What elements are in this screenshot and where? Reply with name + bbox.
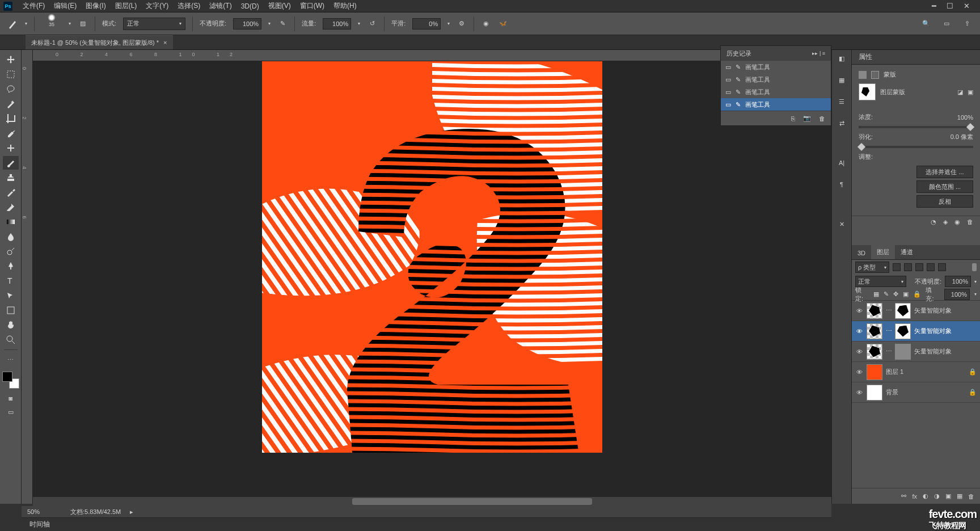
brush-preset-arrow[interactable]: ▾: [69, 21, 71, 26]
menu-select[interactable]: 选择(S): [173, 0, 205, 12]
ruler-vertical[interactable]: 0 2 4 6: [22, 50, 33, 504]
menu-view[interactable]: 视图(V): [264, 0, 295, 12]
load-selection-icon[interactable]: ◔: [931, 218, 936, 226]
density-value[interactable]: 100%: [957, 114, 973, 121]
shape-tool[interactable]: [3, 304, 19, 317]
tab-3d[interactable]: 3D: [852, 247, 871, 259]
layer-name[interactable]: 矢量智能对象: [914, 347, 977, 356]
snapshot-icon[interactable]: 📷: [803, 115, 811, 122]
vector-mask-icon[interactable]: [871, 71, 879, 79]
lock-pos-icon[interactable]: ✥: [893, 290, 898, 298]
filter-pixel-icon[interactable]: [893, 263, 901, 271]
feather-slider[interactable]: [859, 146, 973, 148]
menu-file[interactable]: 文件(F): [18, 0, 49, 12]
move-tool[interactable]: [3, 53, 19, 66]
mask-link-icon[interactable]: ⋯: [886, 327, 892, 335]
history-item[interactable]: ▭✎画笔工具: [721, 73, 831, 86]
layer-name[interactable]: 矢量智能对象: [914, 327, 977, 335]
type-tool[interactable]: T: [3, 274, 19, 288]
layer-filter-select[interactable]: ρ 类型▾: [855, 262, 889, 273]
density-slider[interactable]: [859, 126, 973, 128]
tab-close-icon[interactable]: ×: [163, 39, 167, 46]
color-range-button[interactable]: 颜色范围 ...: [916, 180, 973, 193]
history-item[interactable]: ▭✎画笔工具: [721, 86, 831, 98]
mask-icon[interactable]: ◐: [923, 492, 928, 500]
airbrush-icon[interactable]: ↺: [367, 19, 377, 29]
disable-mask-icon[interactable]: ◪: [957, 88, 963, 96]
path-tool[interactable]: [3, 289, 19, 302]
menu-image[interactable]: 图像(I): [81, 0, 110, 12]
share-icon[interactable]: ⇪: [962, 19, 972, 29]
fill-input[interactable]: 100%: [944, 289, 970, 300]
menu-filter[interactable]: 滤镜(T): [205, 0, 236, 12]
dodge-tool[interactable]: [3, 245, 19, 258]
mask-link-icon[interactable]: ⋯: [886, 307, 892, 314]
workspace-icon[interactable]: ▭: [941, 19, 952, 29]
pressure-opacity-icon[interactable]: ✎: [277, 19, 288, 29]
char-panel-icon[interactable]: A|: [837, 158, 847, 168]
lock-all-icon[interactable]: 🔒: [913, 290, 921, 298]
menu-window[interactable]: 窗口(W): [295, 0, 329, 12]
menu-layer[interactable]: 图层(L): [111, 0, 142, 12]
tab-layers[interactable]: 图层: [871, 245, 895, 259]
timeline-panel[interactable]: 时间轴: [22, 517, 831, 531]
history-item[interactable]: ▭✎画笔工具: [721, 61, 831, 73]
filter-type-icon[interactable]: [915, 263, 923, 271]
layer-thumb[interactable]: [867, 303, 882, 319]
lock-trans-icon[interactable]: ▦: [873, 290, 879, 298]
hand-tool[interactable]: [3, 318, 19, 332]
para-panel-icon[interactable]: ¶: [837, 179, 847, 189]
filter-shape-icon[interactable]: [927, 263, 935, 271]
link-layers-icon[interactable]: ⚯: [901, 492, 906, 500]
menu-type[interactable]: 文字(Y): [141, 0, 173, 12]
crop-tool[interactable]: [3, 112, 19, 125]
new-layer-icon[interactable]: ▦: [957, 492, 962, 500]
adjustment-icon[interactable]: ◑: [934, 492, 940, 500]
tab-channels[interactable]: 通道: [895, 245, 919, 259]
mask-thumbnail[interactable]: [859, 83, 876, 100]
color-panel-icon[interactable]: ◧: [837, 53, 847, 64]
opacity-input[interactable]: 100%: [233, 18, 261, 30]
adjust-panel-icon[interactable]: ☰: [837, 96, 847, 107]
lock-paint-icon[interactable]: ✎: [884, 290, 889, 298]
brush-tool[interactable]: [3, 156, 19, 170]
disable-icon[interactable]: ◉: [954, 218, 960, 226]
delete-state-icon[interactable]: 🗑: [819, 115, 825, 122]
maximize-button[interactable]: ☐: [947, 2, 953, 10]
apply-mask-icon[interactable]: ▣: [968, 88, 973, 96]
layer-row[interactable]: 👁 ⋯ 矢量智能对象: [852, 342, 980, 362]
delete-mask-icon[interactable]: 🗑: [967, 218, 973, 226]
layer-thumb[interactable]: [867, 344, 882, 360]
lock-artboard-icon[interactable]: ▣: [903, 290, 909, 298]
zoom-tool[interactable]: [3, 333, 19, 347]
layer-thumb[interactable]: [867, 323, 882, 339]
fx-icon[interactable]: fx: [912, 493, 917, 500]
flow-arrow[interactable]: ▾: [358, 21, 360, 26]
zoom-level[interactable]: 50%: [27, 508, 61, 515]
filter-smart-icon[interactable]: [938, 263, 946, 271]
swatches-panel-icon[interactable]: ▦: [837, 75, 847, 85]
brush-panel-toggle-icon[interactable]: ▨: [78, 19, 88, 29]
gradient-tool[interactable]: [3, 215, 19, 229]
visibility-icon[interactable]: 👁: [855, 307, 863, 314]
tool-preset-picker[interactable]: ▾: [25, 21, 27, 26]
symmetry-icon[interactable]: 🦋: [498, 19, 508, 29]
visibility-icon[interactable]: 👁: [855, 348, 863, 355]
collapse-icon[interactable]: ▸▸ | ≡: [812, 50, 825, 56]
styles-panel-icon[interactable]: ⇄: [837, 118, 847, 128]
layer-name[interactable]: 图层 1: [886, 368, 965, 376]
eraser-tool[interactable]: [3, 200, 19, 214]
select-and-mask-button[interactable]: 选择并遮住 ...: [916, 166, 973, 178]
color-swatches[interactable]: [2, 372, 19, 389]
layer-row[interactable]: 👁 ⋯ 矢量智能对象: [852, 301, 980, 321]
blur-tool[interactable]: [3, 230, 19, 243]
brush-preset-picker[interactable]: 35: [41, 14, 62, 34]
create-doc-icon[interactable]: ⎘: [791, 115, 795, 122]
marquee-tool[interactable]: [3, 68, 19, 81]
eyedropper-tool[interactable]: [3, 127, 19, 140]
layer-name[interactable]: 矢量智能对象: [914, 306, 977, 315]
layer-opacity-input[interactable]: 100%: [945, 276, 971, 287]
pressure-size-icon[interactable]: ◉: [481, 19, 491, 29]
canvas[interactable]: [262, 61, 602, 453]
feather-value[interactable]: 0.0 像素: [951, 133, 973, 141]
